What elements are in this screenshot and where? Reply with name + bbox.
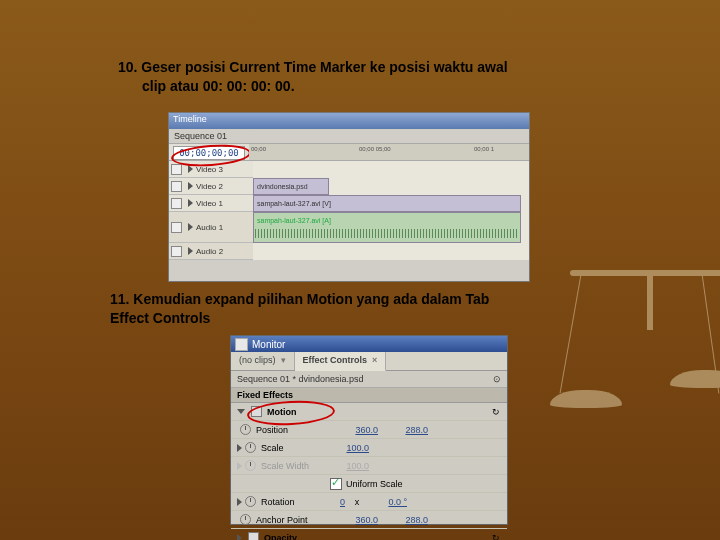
uniform-checkbox[interactable] — [330, 478, 342, 490]
prop-value[interactable]: 360.0 — [334, 425, 378, 435]
eye-icon[interactable] — [171, 164, 182, 175]
expand-icon — [237, 462, 242, 470]
tab-label: Effect Controls — [303, 355, 368, 365]
uniform-label: Uniform Scale — [346, 479, 403, 489]
prop-value[interactable]: 0.0 ° — [363, 497, 407, 507]
stopwatch-icon[interactable] — [240, 424, 251, 435]
uniform-scale-row: Uniform Scale — [231, 475, 507, 493]
ruler-tick: 00;00 — [251, 146, 266, 152]
expand-icon[interactable] — [188, 182, 193, 190]
step-text-line2: Effect Controls — [110, 310, 210, 326]
prop-value[interactable]: 100.0 — [325, 443, 369, 453]
timeline-panel: Timeline Sequence 01 00;00;00;00 00;00 0… — [168, 112, 530, 282]
tab-effect-controls[interactable]: Effect Controls× — [295, 352, 387, 371]
ruler-tick: 00;00 05;00 — [359, 146, 391, 152]
prop-value[interactable]: 288.0 — [384, 515, 428, 525]
track-label: Video 2 — [196, 182, 223, 191]
prop-value[interactable]: 288.0 — [384, 425, 428, 435]
prop-value[interactable]: 360.0 — [334, 515, 378, 525]
opacity-label: Opacity — [264, 533, 492, 541]
monitor-tabs: (no clips)▾ Effect Controls× — [231, 352, 507, 371]
prop-label: Scale Width — [261, 461, 325, 471]
expand-icon[interactable] — [237, 498, 242, 506]
prop-value: 100.0 — [325, 461, 369, 471]
close-icon[interactable]: × — [372, 355, 377, 365]
step-text: Kemudian expand pilihan Motion yang ada … — [133, 291, 489, 307]
effect-controls-panel: Monitor (no clips)▾ Effect Controls× Seq… — [230, 335, 508, 525]
menu-icon[interactable]: ⊙ — [493, 374, 501, 384]
anchor-point-row: Anchor Point360.0288.0 — [231, 511, 507, 529]
expand-icon[interactable] — [188, 165, 193, 173]
monitor-icon — [235, 338, 248, 351]
speaker-icon[interactable] — [171, 222, 182, 233]
reset-icon[interactable]: ↻ — [492, 533, 500, 541]
step-number: 11. — [110, 291, 133, 307]
stopwatch-icon[interactable] — [245, 442, 256, 453]
tab-label: (no clips) — [239, 355, 276, 365]
monitor-title: Monitor — [252, 339, 285, 350]
tab-no-clips[interactable]: (no clips)▾ — [231, 352, 295, 370]
reset-icon[interactable]: ↻ — [492, 407, 500, 417]
expand-icon[interactable] — [188, 223, 193, 231]
prop-label: Scale — [261, 443, 325, 453]
step-number: 10. — [118, 59, 141, 75]
step-10: 10. Geser posisi Current Time Marker ke … — [118, 58, 588, 96]
track-body[interactable]: dvindonesia.psd sampah-laut-327.avi [V] … — [253, 161, 529, 260]
expand-icon[interactable] — [188, 199, 193, 207]
timeline-title: Timeline — [169, 113, 529, 129]
step-text-line2: clip atau 00: 00: 00: 00. — [118, 77, 588, 96]
stopwatch-icon — [245, 460, 256, 471]
time-ruler[interactable]: 00;00 00;00 05;00 00;00 1 — [249, 144, 529, 160]
clip-label: sampah-laut-327.avi [A] — [257, 217, 331, 224]
prop-label: Position — [256, 425, 334, 435]
scale-width-row: Scale Width100.0 — [231, 457, 507, 475]
clip-video1[interactable]: sampah-laut-327.avi [V] — [253, 195, 521, 212]
fixed-effects-header: Fixed Effects — [231, 388, 507, 403]
rotation-row: Rotation0x0.0 ° — [231, 493, 507, 511]
stopwatch-icon[interactable] — [240, 514, 251, 525]
step-11: 11. Kemudian expand pilihan Motion yang … — [110, 290, 590, 328]
scale-row: Scale100.0 — [231, 439, 507, 457]
timecode-field[interactable]: 00;00;00;00 — [173, 146, 245, 160]
opacity-row[interactable]: Opacity↻ — [231, 529, 507, 540]
motion-row[interactable]: Motion ↻ — [231, 403, 507, 421]
track-headers: Video 3 Video 2 Video 1 Audio 1 Audio 2 — [169, 161, 253, 260]
track-label: Audio 1 — [196, 223, 223, 232]
prop-value[interactable]: 0 — [325, 497, 345, 507]
waveform — [255, 229, 519, 238]
speaker-icon[interactable] — [171, 246, 182, 257]
expand-icon[interactable] — [237, 534, 242, 541]
chevron-down-icon[interactable]: ▾ — [281, 355, 286, 365]
clip-video2[interactable]: dvindonesia.psd — [253, 178, 329, 195]
sequence-tab[interactable]: Sequence 01 — [169, 129, 529, 143]
eye-icon[interactable] — [171, 198, 182, 209]
ruler-tick: 00;00 1 — [474, 146, 494, 152]
track-header-video1[interactable]: Video 1 — [169, 195, 253, 212]
track-label: Video 1 — [196, 199, 223, 208]
expand-icon[interactable] — [237, 444, 242, 452]
expand-icon[interactable] — [237, 409, 245, 414]
track-label: Audio 2 — [196, 247, 223, 256]
clip-audio1[interactable]: sampah-laut-327.avi [A] — [253, 212, 521, 243]
track-header-audio1[interactable]: Audio 1 — [169, 212, 253, 243]
monitor-titlebar: Monitor — [231, 336, 507, 352]
effect-toggle[interactable] — [248, 532, 259, 540]
prop-label: Rotation — [261, 497, 325, 507]
step-text: Geser posisi Current Time Marker ke posi… — [141, 59, 507, 75]
expand-icon[interactable] — [188, 247, 193, 255]
prop-label: Anchor Point — [256, 515, 334, 525]
stopwatch-icon[interactable] — [245, 496, 256, 507]
eye-icon[interactable] — [171, 181, 182, 192]
track-header-video2[interactable]: Video 2 — [169, 178, 253, 195]
track-header-audio2[interactable]: Audio 2 — [169, 243, 253, 260]
sequence-clip-name: Sequence 01 * dvindonesia.psd⊙ — [231, 371, 507, 388]
